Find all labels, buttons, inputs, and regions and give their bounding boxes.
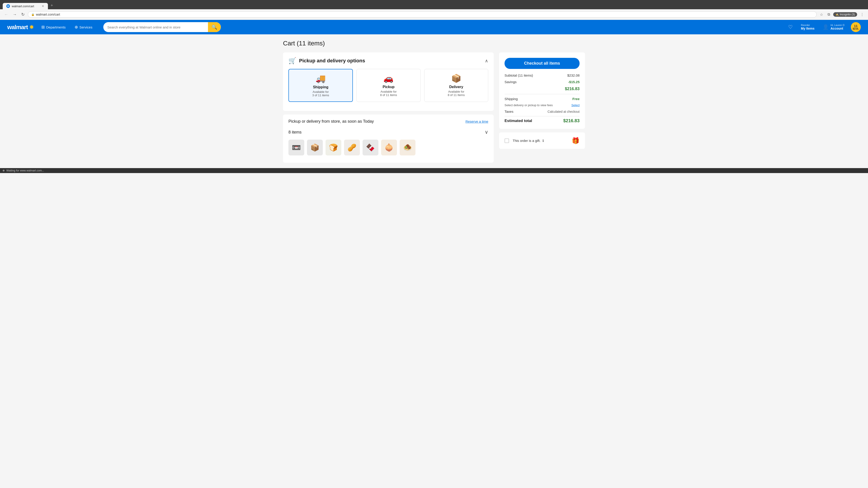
- main-layout: 🛒 Pickup and delivery options ∧ 🚚 Shippi…: [283, 53, 585, 163]
- shipping-sub-row: Select delivery or pickup to view fees S…: [504, 103, 580, 107]
- pickup-option[interactable]: 🚗 Pickup Available for 8 of 11 items: [356, 69, 421, 102]
- delivery-icon: 📦: [428, 74, 485, 83]
- status-text: Waiting for www.walmart.com...: [6, 169, 44, 172]
- status-dot: [3, 170, 4, 171]
- account-button[interactable]: 👤 Hi, Lauren D Account: [821, 23, 846, 31]
- reorder-text: Reorder My Items: [801, 24, 814, 31]
- items-count-text: 8 items: [288, 130, 302, 135]
- address-bar[interactable]: 🔒 walmart.com/cart: [28, 11, 817, 18]
- info-icon: ℹ: [542, 139, 544, 142]
- shipping-icon: 🚚: [292, 74, 349, 84]
- subtotal-after-savings-row: $216.83: [504, 87, 580, 91]
- subtotal-label: Subtotal (11 items): [504, 73, 533, 77]
- delivery-options: 🚚 Shipping Available for 3 of 11 items 🚗…: [288, 69, 488, 102]
- savings-row: Savings -$15.25: [504, 80, 580, 84]
- shipping-sub: Available for 3 of 11 items: [292, 90, 349, 97]
- walmart-header: walmart ✸ ⊞ Departments ⊕ Services 🔍 ♡ R…: [0, 20, 868, 34]
- pickup-sub: Available for 8 of 11 items: [360, 90, 416, 97]
- back-button[interactable]: ←: [3, 11, 9, 18]
- product-thumb-4: 🥜: [344, 140, 360, 156]
- departments-nav[interactable]: ⊞ Departments: [39, 24, 67, 31]
- departments-icon: ⊞: [41, 25, 45, 30]
- gift-checkbox[interactable]: [504, 138, 509, 143]
- search-button[interactable]: 🔍: [208, 22, 221, 32]
- cart-price: $216.: [852, 28, 859, 30]
- account-sub: Hi, Lauren D: [831, 24, 844, 27]
- delivery-option[interactable]: 📦 Delivery Available for 8 of 11 Items: [424, 69, 488, 102]
- search-input[interactable]: [103, 23, 208, 31]
- savings-label: Savings: [504, 80, 517, 84]
- cart-item-count: (11 items): [297, 40, 325, 47]
- taxes-row: Taxes Calculated at checkout: [504, 109, 580, 113]
- pickup-delivery-icon: 🛒: [288, 57, 296, 64]
- menu-button[interactable]: ⋮: [859, 11, 865, 18]
- product-thumb-7: 🧆: [400, 140, 415, 156]
- select-link[interactable]: Select: [571, 103, 580, 107]
- reorder-main: My Items: [801, 27, 814, 31]
- cart-count: 11: [854, 24, 858, 28]
- account-main: Account: [831, 27, 844, 31]
- forward-button[interactable]: →: [11, 11, 18, 18]
- cart-button[interactable]: 11 $216.: [851, 22, 861, 32]
- savings-value: -$15.25: [568, 80, 580, 84]
- header-right: ♡ Reorder My Items 👤 Hi, Lauren D Accoun…: [786, 22, 861, 32]
- shipping-option[interactable]: 🚚 Shipping Available for 3 of 11 items: [288, 69, 353, 102]
- account-text: Hi, Lauren D Account: [831, 24, 844, 31]
- cart-left: 🛒 Pickup and delivery options ∧ 🚚 Shippi…: [283, 53, 494, 163]
- gift-section: This order is a gift. ℹ 🎁: [499, 132, 585, 149]
- shipping-row: Shipping Free: [504, 97, 580, 101]
- order-summary: Checkout all items Subtotal (11 items) $…: [499, 53, 585, 129]
- wishlist-button[interactable]: ♡: [786, 23, 795, 31]
- checkout-button[interactable]: Checkout all items: [504, 58, 580, 69]
- items-count-row[interactable]: 8 items ∨: [288, 127, 488, 137]
- product-thumb-5: 🍫: [363, 140, 378, 156]
- reorder-button[interactable]: Reorder My Items: [799, 23, 816, 31]
- tab-label: walmart.com/cart: [12, 4, 34, 8]
- new-tab-btn[interactable]: +: [49, 2, 55, 9]
- taxes-value: Calculated at checkout: [548, 110, 580, 113]
- gift-text: This order is a gift. ℹ: [513, 139, 568, 143]
- status-bar: Waiting for www.walmart.com...: [0, 168, 868, 173]
- store-title: Pickup or delivery from store, as soon a…: [288, 119, 374, 124]
- refresh-button[interactable]: ↻: [20, 11, 26, 18]
- browser-actions: ☆ ⧉ 🕵 Incognito (3) ⋮: [818, 11, 865, 18]
- shipping-title: Shipping: [292, 85, 349, 89]
- cart-title: Cart (11 items): [283, 40, 585, 47]
- search-bar[interactable]: 🔍: [103, 22, 221, 32]
- incognito-label: Incognito (3): [840, 13, 855, 16]
- incognito-icon: 🕵: [835, 13, 839, 16]
- pickup-icon: 🚗: [360, 74, 416, 83]
- chevron-up-icon: ∧: [485, 58, 488, 64]
- incognito-badge: 🕵 Incognito (3): [833, 12, 857, 17]
- store-section: Pickup or delivery from store, as soon a…: [283, 115, 494, 163]
- section-header[interactable]: 🛒 Pickup and delivery options ∧: [288, 57, 488, 64]
- shipping-value: Free: [572, 97, 580, 101]
- walmart-logo[interactable]: walmart ✸: [7, 24, 34, 31]
- reserve-time-link[interactable]: Reserve a time: [465, 120, 488, 123]
- delivery-title: Delivery: [428, 85, 485, 89]
- product-thumb-1: 📼: [288, 140, 304, 156]
- shipping-sub-text: Select delivery or pickup to view fees: [504, 103, 553, 107]
- product-thumb-2: 📦: [307, 140, 323, 156]
- services-nav[interactable]: ⊕ Services: [73, 24, 94, 31]
- shipping-label: Shipping: [504, 97, 518, 101]
- active-tab[interactable]: W walmart.com/cart ✕: [3, 3, 48, 9]
- lock-icon: 🔒: [31, 13, 35, 16]
- cart-right: Checkout all items Subtotal (11 items) $…: [499, 53, 585, 163]
- reorder-sub: Reorder: [801, 24, 814, 27]
- bookmark-button[interactable]: ☆: [818, 11, 825, 18]
- services-label: Services: [79, 25, 92, 29]
- tab-close-btn[interactable]: ✕: [41, 4, 44, 8]
- spark-icon: ✸: [29, 24, 34, 31]
- browser-toolbar: ← → ↻ 🔒 walmart.com/cart ☆ ⧉ 🕵 Incognito…: [0, 9, 868, 20]
- estimated-total-label: Estimated total: [504, 119, 532, 123]
- tab-favicon: W: [6, 4, 10, 8]
- taxes-label: Taxes: [504, 109, 513, 113]
- delivery-sub: Available for 8 of 11 Items: [428, 90, 485, 97]
- split-view-button[interactable]: ⧉: [826, 11, 831, 18]
- gift-icon: 🎁: [572, 137, 580, 144]
- expand-items-icon[interactable]: ∨: [485, 129, 488, 135]
- subtotal-value: $232.08: [567, 73, 580, 77]
- estimated-total-value: $216.83: [563, 118, 580, 123]
- subtotal-after-savings: $216.83: [565, 87, 580, 91]
